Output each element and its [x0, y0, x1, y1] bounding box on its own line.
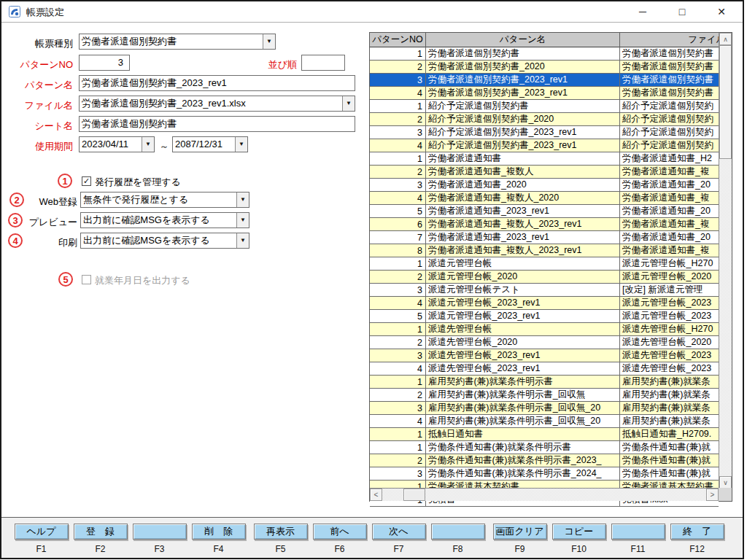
- cell-pattern-name: 労働者派遣通知書_複数人_2023_rev1: [426, 244, 620, 257]
- table-row[interactable]: 5労働者派遣通知書_2023_rev1労働者派遣通知書_20: [370, 205, 719, 218]
- table-row[interactable]: 2労働条件通知書(兼)就業条件明示書_2023_労働条件通知書(兼)就: [370, 454, 719, 467]
- print-select[interactable]: 出力前に確認MSGを表示する ▼: [80, 233, 249, 249]
- column-header-pattern-no[interactable]: パターンNO: [370, 33, 426, 47]
- function-button-f2[interactable]: 登 録: [74, 524, 128, 540]
- table-row[interactable]: 7労働者派遣通知書_2023_rev1労働者派遣通知書_20: [370, 231, 719, 244]
- cell-pattern-no: 3: [370, 179, 426, 191]
- file-name-select[interactable]: 労働者派遣個別契約書_2023_rev1.xlsx ▼: [79, 96, 355, 112]
- table-row[interactable]: 1紹介予定派遣個別契約書紹介予定派遣個別契約: [370, 100, 719, 113]
- vertical-scrollbar[interactable]: ∧ ∨: [719, 33, 732, 489]
- function-button-f9[interactable]: 画面クリア: [493, 524, 547, 540]
- chevron-down-icon[interactable]: ▼: [263, 34, 275, 49]
- function-button-f7[interactable]: 次へ: [372, 524, 426, 540]
- preview-value: 出力前に確認MSGを表示する: [83, 214, 210, 225]
- table-row[interactable]: 5派遣元管理台帳_2023_rev1派遣元管理台帳_2023: [370, 310, 719, 323]
- sort-order-input[interactable]: [301, 55, 345, 71]
- chevron-down-icon[interactable]: ▼: [236, 192, 249, 207]
- function-key-label: F12: [689, 544, 705, 554]
- table-row[interactable]: 4派遣先管理台帳_2023_rev1派遣先管理台帳_2023: [370, 362, 719, 376]
- function-button-f8[interactable]: [431, 524, 485, 540]
- chevron-down-icon[interactable]: ▼: [236, 213, 249, 228]
- report-type-select[interactable]: 労働者派遣個別契約書 ▼: [79, 34, 276, 50]
- function-key-label: F5: [275, 544, 285, 554]
- table-row[interactable]: 3雇用契約書(兼)就業条件明示書_回収無_20雇用契約書(兼)就業条: [370, 402, 719, 415]
- table-row[interactable]: 3派遣元管理台帳テスト[改定] 新派遣元管理: [370, 284, 719, 297]
- manage-history-checkbox[interactable]: ✓: [82, 176, 91, 186]
- column-header-pattern-name[interactable]: パターン名: [426, 33, 620, 47]
- function-button-f6[interactable]: 前へ: [313, 524, 367, 540]
- function-button-f10[interactable]: コピー: [552, 524, 606, 540]
- cell-pattern-no: 1: [370, 257, 426, 270]
- output-workdate-checkbox[interactable]: [82, 275, 91, 284]
- scroll-right-icon[interactable]: >: [706, 489, 719, 501]
- pattern-name-input[interactable]: 労働者派遣個別契約書_2023_rev1: [79, 75, 355, 91]
- scroll-down-icon[interactable]: ∨: [719, 476, 732, 489]
- table-row[interactable]: 3労働者派遣通知書_2020労働者派遣通知書_20: [370, 179, 719, 192]
- table-row[interactable]: 3労働条件通知書(兼)就業条件明示書_2024_労働条件通知書(兼)就: [370, 467, 719, 481]
- cell-pattern-name: 派遣元管理台帳_2020: [426, 271, 620, 283]
- table-row[interactable]: 4紹介予定派遣個別契約書_2023_rev1紹介予定派遣個別契約: [370, 139, 719, 152]
- horizontal-scrollbar[interactable]: < >: [370, 488, 719, 501]
- table-row[interactable]: 8労働者派遣通知書_複数人_2023_rev1労働者派遣通知書_複: [370, 244, 719, 257]
- function-key-label: F4: [213, 544, 223, 554]
- cell-pattern-no: 3: [370, 349, 426, 362]
- table-row[interactable]: 3派遣先管理台帳_2023_rev1派遣先管理台帳_2023: [370, 349, 719, 362]
- usage-period-label: 使用期間: [0, 140, 73, 153]
- function-button-f5[interactable]: 再表示: [254, 524, 308, 540]
- cell-file-name: 派遣先管理台帳_2023: [620, 362, 719, 375]
- cell-pattern-name: 紹介予定派遣個別契約書_2023_rev1: [426, 126, 620, 139]
- cell-pattern-no: 6: [370, 218, 426, 230]
- column-header-file-name[interactable]: ファイル名: [620, 33, 719, 47]
- chevron-down-icon[interactable]: ▼: [235, 137, 247, 152]
- table-row[interactable]: 1雇用契約書(兼)就業条件明示書雇用契約書(兼)就業条: [370, 376, 719, 389]
- scroll-up-icon[interactable]: ∧: [719, 33, 732, 45]
- horizontal-scroll-thumb[interactable]: [403, 489, 425, 501]
- table-row[interactable]: 6労働者派遣通知書_複数人_2023_rev1労働者派遣通知書_複: [370, 218, 719, 231]
- print-value: 出力前に確認MSGを表示する: [83, 235, 210, 246]
- table-row[interactable]: 2紹介予定派遣個別契約書_2020紹介予定派遣個別契約: [370, 113, 719, 126]
- pattern-no-input[interactable]: 3: [79, 55, 130, 71]
- table-row[interactable]: 1抵触日通知書抵触日通知書_H2709.: [370, 428, 719, 441]
- function-button-f4[interactable]: 削 除: [192, 524, 246, 540]
- cell-pattern-no: 1: [370, 441, 426, 454]
- table-row[interactable]: 1労働者派遣通知書労働者派遣通知書_H2: [370, 152, 719, 166]
- period-to-select[interactable]: 2087/12/31 ▼: [172, 136, 248, 152]
- table-row[interactable]: 3紹介予定派遣個別契約書_2023_rev1紹介予定派遣個別契約: [370, 126, 719, 139]
- close-button[interactable]: ✕: [702, 1, 741, 22]
- minimize-button[interactable]: ─: [623, 1, 662, 22]
- period-from-select[interactable]: 2023/04/11 ▼: [79, 136, 155, 152]
- table-row[interactable]: 4雇用契約書(兼)就業条件明示書_回収無_20雇用契約書(兼)就業条: [370, 415, 719, 428]
- chevron-down-icon[interactable]: ▼: [342, 96, 355, 111]
- preview-label: プレビュー: [25, 216, 77, 229]
- function-button-f3[interactable]: [133, 524, 187, 540]
- maximize-button[interactable]: □: [662, 1, 702, 22]
- cell-pattern-no: 4: [370, 415, 426, 427]
- cell-pattern-no: 1: [370, 152, 426, 165]
- vertical-scroll-thumb[interactable]: [719, 45, 732, 159]
- preview-select[interactable]: 出力前に確認MSGを表示する ▼: [80, 212, 249, 228]
- table-row[interactable]: 2派遣先管理台帳_2020派遣先管理台帳_2020: [370, 336, 719, 349]
- table-row[interactable]: 2労働者派遣個別契約書_2020労働者派遣個別契約書: [370, 61, 719, 74]
- table-row[interactable]: 3労働者派遣個別契約書_2023_rev1労働者派遣個別契約書: [370, 74, 719, 87]
- table-row[interactable]: 1労働条件通知書(兼)就業条件明示書労働条件通知書(兼)就: [370, 441, 719, 454]
- function-button-f11[interactable]: [611, 524, 665, 540]
- function-button-f1[interactable]: ヘルプ: [15, 524, 69, 540]
- table-row[interactable]: 2派遣元管理台帳_2020派遣元管理台帳_2020: [370, 271, 719, 284]
- function-slot: コピーF10: [549, 524, 608, 554]
- table-row[interactable]: 2雇用契約書(兼)就業条件明示書_回収無雇用契約書(兼)就業条: [370, 389, 719, 402]
- chevron-down-icon[interactable]: ▼: [236, 233, 249, 248]
- function-button-f12[interactable]: 終 了: [670, 524, 724, 540]
- table-row[interactable]: 1派遣先管理台帳派遣先管理台帳_H270: [370, 323, 719, 336]
- table-row[interactable]: 2労働者派遣通知書_複数人労働者派遣通知書_複: [370, 166, 719, 179]
- scroll-left-icon[interactable]: <: [370, 489, 382, 501]
- table-row[interactable]: 1労働者派遣個別契約書労働者派遣個別契約書: [370, 47, 719, 61]
- chevron-down-icon[interactable]: ▼: [142, 137, 154, 152]
- table-row[interactable]: 1派遣元管理台帳派遣元管理台帳_H270: [370, 257, 719, 271]
- sheet-name-input[interactable]: 労働者派遣個別契約書: [79, 116, 355, 132]
- cell-file-name: 労働者派遣個別契約書: [620, 74, 719, 86]
- cell-file-name: 労働者派遣通知書_複: [620, 166, 719, 178]
- table-row[interactable]: 4派遣元管理台帳_2023_rev1派遣元管理台帳_2023: [370, 297, 719, 310]
- table-row[interactable]: 4労働者派遣通知書_複数人_2020労働者派遣通知書_複: [370, 192, 719, 205]
- table-row[interactable]: 4労働者派遣個別契約書_2023_rev1労働者派遣個別契約書: [370, 87, 719, 100]
- web-register-select[interactable]: 無条件で発行履歴とする ▼: [80, 192, 249, 208]
